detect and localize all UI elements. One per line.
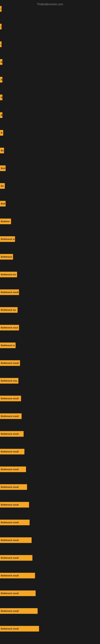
bar-label-21: Bottleneck result [1, 362, 19, 364]
bar-label-29: Bottleneck result [1, 504, 19, 506]
bar-item-11: Bo [0, 183, 5, 189]
bar-item-4: B [0, 59, 2, 65]
bar-label-4: B [1, 61, 2, 63]
bar-label-31: Bottleneck result [1, 539, 19, 541]
bar-label-5: B [1, 78, 2, 81]
bar-label-15: Bottleneck [1, 256, 12, 258]
bar-label-35: Bottleneck result [1, 610, 19, 612]
bar-label-23: Bottleneck result [1, 397, 19, 400]
bar-item-29: Bottleneck result [0, 502, 29, 508]
bar-item-34: Bottleneck result [0, 590, 36, 596]
bar-item-24: Bottleneck result [0, 413, 22, 419]
bar-label-18: Bottleneck res [1, 309, 16, 311]
bar-item-33: Bottleneck result [0, 573, 35, 578]
bar-label-32: Bottleneck result [1, 557, 19, 559]
bar-item-13: Bottlene [0, 218, 11, 224]
bar-label-25: Bottleneck result [1, 433, 19, 435]
bar-item-7: B [0, 112, 2, 118]
bar-label-1: | [1, 8, 1, 10]
bar-label-28: Bottleneck result [1, 486, 19, 488]
bar-item-21: Bottleneck result [0, 360, 20, 366]
bar-label-3: | [1, 43, 1, 46]
bar-item-2: | [0, 24, 1, 30]
bar-item-27: Bottleneck result [0, 466, 26, 472]
bar-label-12: Bott [1, 202, 5, 205]
bar-label-33: Bottleneck result [1, 574, 19, 577]
bar-item-12: Bott [0, 201, 6, 206]
bar-item-32: Bottleneck result [0, 555, 32, 561]
bar-label-6: B [1, 96, 2, 98]
bar-item-17: Bottleneck result [0, 290, 19, 295]
bar-item-23: Bottleneck result [0, 396, 21, 401]
bar-label-36: Bottleneck result [1, 628, 19, 630]
bar-label-10: Bott [1, 167, 5, 170]
bar-item-25: Bottleneck result [0, 431, 24, 437]
bar-item-6: B [0, 94, 2, 100]
bar-item-26: Bottleneck result [0, 449, 24, 454]
bar-item-10: Bott [0, 166, 6, 171]
bar-label-20: Bottleneck re [1, 344, 15, 346]
bar-item-1: | [0, 6, 1, 12]
bar-label-11: Bo [1, 185, 4, 187]
bar-label-22: Bottleneck resu [1, 380, 17, 382]
bar-label-8: B [1, 132, 2, 134]
bar-item-20: Bottleneck re [0, 342, 16, 348]
bar-item-28: Bottleneck result [0, 484, 27, 490]
bar-label-34: Bottleneck result [1, 592, 19, 594]
bar-label-17: Bottleneck result [1, 291, 19, 294]
bar-label-7: B [1, 114, 2, 116]
bar-label-26: Bottleneck result [1, 450, 19, 453]
bar-item-31: Bottleneck result [0, 537, 32, 543]
bar-item-18: Bottleneck res [0, 307, 18, 313]
bar-label-13: Bottlene [1, 220, 10, 222]
bar-item-15: Bottleneck [0, 254, 13, 260]
bar-item-35: Bottleneck result [0, 608, 38, 614]
bar-item-3: | [0, 42, 1, 47]
bar-label-30: Bottleneck result [1, 521, 19, 524]
bar-item-36: Bottleneck result [0, 626, 39, 632]
bar-item-5: B [0, 77, 2, 82]
bars-container: |||BBBBBBoBottBoBottBottleneBottleneck r… [0, 6, 100, 632]
bar-label-14: Bottleneck re [1, 238, 15, 240]
bar-label-27: Bottleneck result [1, 468, 19, 470]
bar-item-19: Bottleneck resul [0, 325, 19, 330]
bar-label-19: Bottleneck resul [1, 326, 18, 329]
bar-item-14: Bottleneck re [0, 236, 15, 242]
bar-item-16: Bottleneck res [0, 272, 17, 277]
bar-item-8: B [0, 130, 3, 136]
bar-label-2: | [1, 25, 1, 28]
bar-item-30: Bottleneck result [0, 520, 30, 525]
bar-item-9: Bo [0, 148, 4, 153]
bar-label-24: Bottleneck result [1, 415, 19, 418]
bar-label-16: Bottleneck res [1, 273, 16, 276]
bar-label-9: Bo [1, 149, 4, 152]
bar-item-22: Bottleneck resu [0, 378, 18, 384]
